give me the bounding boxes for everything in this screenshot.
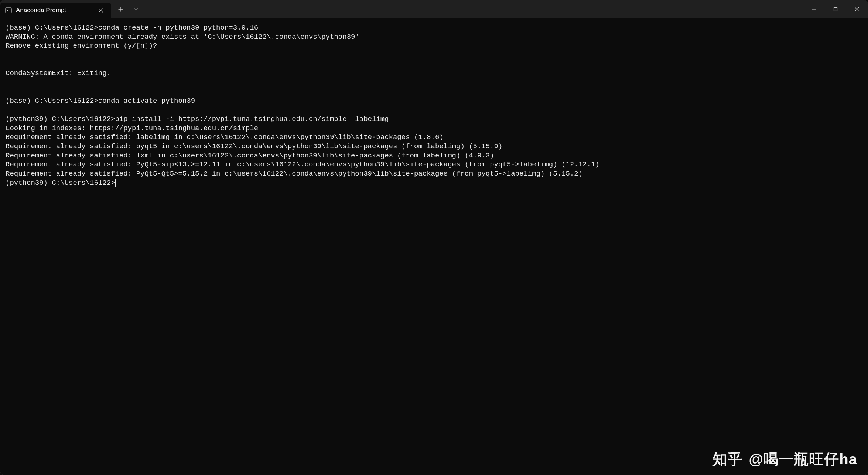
watermark-logo: 知乎 — [712, 449, 743, 469]
maximize-button[interactable] — [825, 0, 846, 18]
close-window-button[interactable] — [846, 0, 868, 18]
tab-dropdown-button[interactable] — [129, 0, 144, 18]
minimize-button[interactable] — [803, 0, 825, 18]
tab-actions — [111, 0, 144, 18]
terminal-output: (base) C:\Users\16122>conda create -n py… — [6, 23, 862, 179]
terminal-current-prompt: (python39) C:\Users\16122> — [6, 179, 115, 188]
svg-rect-0 — [6, 8, 11, 13]
terminal-tab-icon — [5, 7, 12, 14]
svg-rect-3 — [834, 8, 837, 11]
titlebar-drag-area[interactable] — [144, 0, 803, 18]
terminal-cursor — [115, 179, 116, 187]
tab-active[interactable]: Anaconda Prompt — [0, 3, 111, 18]
watermark-text: @喝一瓶旺仔ha — [749, 449, 857, 469]
terminal-window: Anaconda Prompt — [0, 0, 868, 475]
tab-strip: Anaconda Prompt — [0, 0, 111, 18]
window-controls — [803, 0, 868, 18]
watermark: 知乎 @喝一瓶旺仔ha — [712, 449, 857, 469]
titlebar: Anaconda Prompt — [0, 0, 868, 18]
new-tab-button[interactable] — [113, 0, 128, 18]
tab-title: Anaconda Prompt — [16, 7, 92, 14]
terminal-body[interactable]: (base) C:\Users\16122>conda create -n py… — [0, 18, 868, 475]
tab-close-button[interactable] — [96, 5, 106, 16]
